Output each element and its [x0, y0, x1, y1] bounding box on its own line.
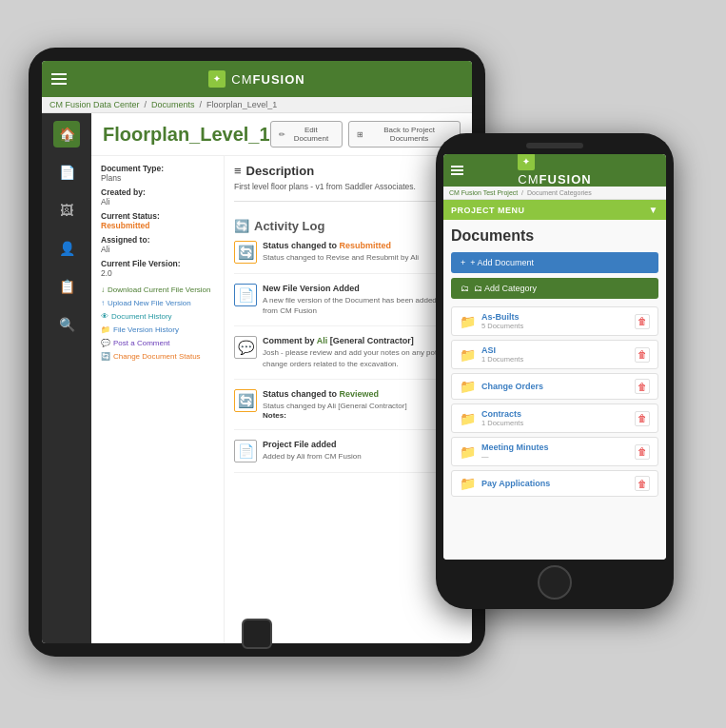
delete-meetingminutes-button[interactable]: 🗑 [635, 444, 650, 460]
newfile-icon: 📄 [234, 284, 257, 306]
breadcrumb-current: Floorplan_Level_1 [206, 100, 277, 109]
download-label: Download Current File Version [108, 285, 211, 294]
delete-asbuilts-button[interactable]: 🗑 [635, 314, 650, 329]
category-count-meetingminutes: — [481, 452, 549, 461]
activity-item-reviewed: 🔄 Status changed to Reviewed Status chan… [234, 389, 462, 430]
folder-icon-asi: 📁 [460, 347, 476, 363]
phone-section-title: Documents [451, 227, 658, 245]
reviewed-highlight: Reviewed [340, 389, 380, 399]
sidebar-icon-home[interactable]: 🏠 [53, 121, 80, 148]
category-info-asi: ASI 1 Documents [481, 345, 523, 364]
doc-info-panel: Document Type: Plans Created by: Ali Cur… [91, 156, 225, 643]
category-item-changeorders[interactable]: 📁 Change Orders 🗑 [451, 373, 658, 400]
sidebar-icon-search[interactable]: 🔍 [53, 311, 80, 338]
phone-logo-box: ✦ [518, 154, 535, 170]
description-icon: ≡ [234, 164, 242, 178]
category-item-asbuilts[interactable]: 📁 As-Builts 5 Documents 🗑 [451, 306, 658, 336]
logo-cm: CM [231, 72, 252, 87]
upload-file-link[interactable]: ↑ Upload New File Version [101, 299, 214, 307]
resubmit-highlight: Resubmitted [340, 241, 392, 250]
reviewed-prefix: Status changed to [263, 389, 340, 399]
document-history-link[interactable]: 👁 Document History [101, 312, 214, 321]
history-icon: 👁 [101, 312, 108, 321]
phone-hamburger-icon[interactable] [451, 166, 463, 175]
category-item-payapplications[interactable]: 📁 Pay Applications 🗑 [451, 470, 658, 497]
file-version-value: 2.0 [101, 268, 112, 278]
edit-document-button[interactable]: ✏ Edit Document [270, 121, 343, 148]
delete-changeorders-button[interactable]: 🗑 [635, 379, 650, 394]
sidebar-icon-image[interactable]: 🖼 [53, 197, 80, 224]
projectfile-icon: 📄 [234, 440, 257, 462]
activity-heading: Activity Log [254, 219, 324, 233]
activity-panel: ≡ Description First level floor plans - … [225, 156, 472, 643]
sidebar-icon-list[interactable]: 📋 [53, 273, 80, 300]
sidebar-icon-document[interactable]: 📄 [53, 159, 80, 186]
sidebar-icon-user[interactable]: 👤 [53, 235, 80, 262]
phone-home-button[interactable] [538, 565, 572, 600]
doc-history-label: Document History [111, 312, 172, 321]
category-name-asi: ASI [481, 345, 523, 355]
document-links: ↓ Download Current File Version ↑ Upload… [101, 285, 214, 361]
resubmit-icon: 🔄 [234, 241, 257, 264]
project-menu-label: PROJECT MENU [451, 206, 525, 215]
current-status-row: Current Status: Resubmitted [101, 211, 214, 230]
comment-body: Josh - please review and add your notes … [263, 347, 462, 368]
resubmit-body: Status changed to Revise and Resubmit by… [263, 252, 462, 263]
category-item-asi[interactable]: 📁 ASI 1 Documents 🗑 [451, 340, 658, 369]
post-comment-link[interactable]: 💬 Post a Comment [101, 339, 214, 347]
folder-icon-changeorders: 📁 [460, 379, 476, 394]
file-version-label: File Version History [113, 325, 179, 334]
category-item-meetingminutes[interactable]: 📁 Meeting Minutes — 🗑 [451, 437, 658, 466]
breadcrumb-documents[interactable]: Documents [151, 100, 195, 109]
newfile-body: A new file version of the Document has b… [263, 295, 462, 316]
folder-icon-meetingminutes: 📁 [460, 444, 476, 460]
hamburger-menu-icon[interactable] [51, 73, 67, 85]
phone-speaker [526, 143, 583, 148]
add-category-button[interactable]: 🗂 🗂 Add Category [451, 278, 658, 299]
download-file-link[interactable]: ↓ Download Current File Version [101, 285, 214, 294]
category-left: 📁 As-Builts 5 Documents [460, 312, 523, 330]
tablet-home-button[interactable] [242, 619, 272, 649]
activity-item-newfile: 📄 New File Version Added A new file vers… [234, 284, 462, 326]
edit-icon: ✏ [279, 130, 285, 139]
phone-content: Documents + + Add Document 🗂 🗂 Add Categ… [443, 220, 666, 560]
category-item-contracts[interactable]: 📁 Contracts 1 Documents 🗑 [451, 403, 658, 433]
tablet-header: ✦ CMFUSION [42, 61, 472, 97]
file-version-history-link[interactable]: 📁 File Version History [101, 325, 214, 334]
file-version-row: Current File Version: 2.0 [101, 259, 214, 278]
folder-icon-contracts: 📁 [460, 411, 476, 426]
delete-payapplications-button[interactable]: 🗑 [635, 476, 650, 491]
project-menu-bar[interactable]: PROJECT MENU ▼ [443, 200, 666, 220]
logo-box: ✦ [208, 70, 226, 88]
version-history-icon: 📁 [101, 325, 110, 334]
resubmit-content: Status changed to Resubmitted Status cha… [263, 241, 462, 264]
delete-contracts-button[interactable]: 🗑 [635, 411, 650, 426]
document-title: Floorplan_Level_1 [103, 124, 270, 146]
phone-breadcrumb-project[interactable]: CM Fusion Test Project [449, 189, 518, 196]
folder-icon-asbuilts: 📁 [460, 314, 476, 329]
delete-asi-button[interactable]: 🗑 [635, 347, 650, 363]
project-menu-arrow-icon: ▼ [649, 205, 658, 215]
sidebar: 🏠 📄 🖼 👤 📋 🔍 [42, 113, 91, 643]
activity-log-title: 🔄 Activity Log [234, 219, 462, 233]
breadcrumb: CM Fusion Data Center / Documents / Floo… [42, 97, 472, 113]
breadcrumb-home[interactable]: CM Fusion Data Center [49, 100, 140, 109]
phone-app-name: CMFUSION [518, 172, 591, 187]
created-by-row: Created by: Ali [101, 187, 214, 207]
reviewed-content: Status changed to Reviewed Status change… [263, 389, 462, 420]
category-count-asbuilts: 5 Documents [481, 322, 523, 330]
category-count-asi: 1 Documents [481, 355, 523, 364]
divider [234, 201, 462, 202]
app-logo: ✦ CMFUSION [208, 70, 304, 88]
projectfile-body: Added by Ali from CM Fusion [263, 451, 462, 462]
add-document-button[interactable]: + + Add Document [451, 252, 658, 273]
activity-icon: 🔄 [234, 219, 249, 233]
change-status-link[interactable]: 🔄 Change Document Status [101, 352, 214, 361]
app-name: CMFUSION [231, 72, 304, 87]
file-version-label: Current File Version: [101, 259, 181, 268]
upload-icon: ↑ [101, 299, 105, 307]
assigned-to-row: Assigned to: Ali [101, 235, 214, 254]
category-left-asi: 📁 ASI 1 Documents [460, 345, 523, 364]
logo-icon: ✦ [213, 74, 221, 84]
edit-document-label: Edit Document [288, 126, 335, 143]
